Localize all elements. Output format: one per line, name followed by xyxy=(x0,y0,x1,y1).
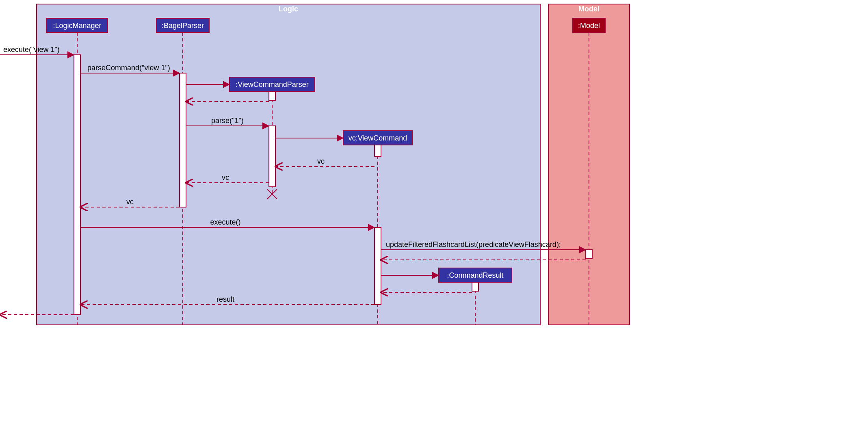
activation-model xyxy=(586,250,592,259)
activation-vcp-ctor xyxy=(269,91,275,100)
activation-cr xyxy=(472,282,478,291)
sequence-diagram: Logic Model :LogicManager :BagelParser :… xyxy=(0,0,634,333)
frame-model-label: Model xyxy=(578,5,600,13)
return-vc2-label: vc xyxy=(222,173,229,182)
svg-text::Model: :Model xyxy=(578,22,600,30)
msg-parse-command-label: parseCommand("view 1") xyxy=(87,64,170,72)
lifeline-view-command: vc:ViewCommand xyxy=(343,131,412,145)
msg-execute-label: execute() xyxy=(210,218,240,226)
lifeline-view-command-parser: :ViewCommandParser xyxy=(229,77,315,91)
activation-vc-exec xyxy=(374,227,381,305)
activation-bagel-parser xyxy=(180,73,186,207)
frame-logic-label: Logic xyxy=(279,5,298,13)
msg-execute-in-label: execute("view 1") xyxy=(3,45,60,54)
msg-update-filtered-label: updateFilteredFlashcardList(predicateVie… xyxy=(386,240,561,249)
activation-logic-manager xyxy=(74,55,80,315)
return-vc3-label: vc xyxy=(126,198,134,206)
activation-vc-ctor xyxy=(374,145,381,156)
lifeline-logic-manager: :LogicManager xyxy=(47,18,108,32)
svg-text::CommandResult: :CommandResult xyxy=(447,271,503,279)
lifeline-command-result: :CommandResult xyxy=(439,268,512,282)
msg-parse-label: parse("1") xyxy=(211,117,244,125)
svg-text::LogicManager: :LogicManager xyxy=(53,22,101,30)
return-vc1-label: vc xyxy=(317,157,325,165)
return-result-label: result xyxy=(216,295,234,303)
svg-text:vc:ViewCommand: vc:ViewCommand xyxy=(348,134,407,142)
lifeline-bagel-parser: :BagelParser xyxy=(156,18,209,32)
svg-text::ViewCommandParser: :ViewCommandParser xyxy=(236,80,309,89)
lifeline-model: :Model xyxy=(573,18,605,32)
activation-vcp xyxy=(269,126,275,187)
svg-text::BagelParser: :BagelParser xyxy=(162,22,204,30)
